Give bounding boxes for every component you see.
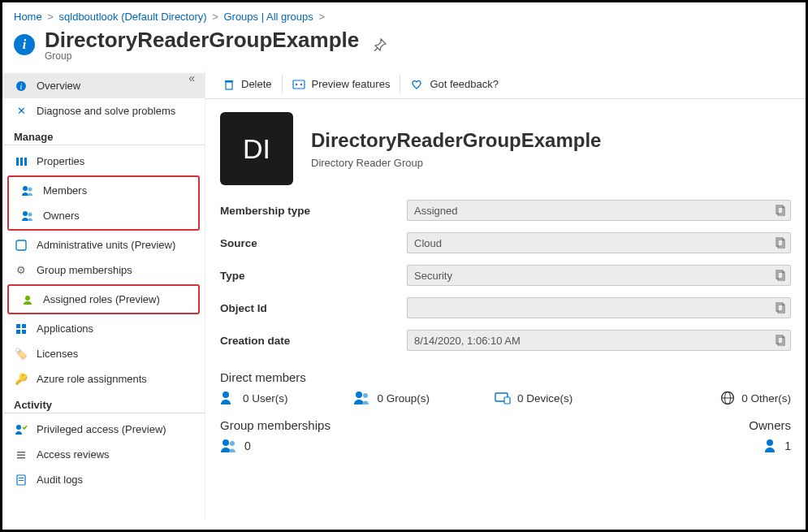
- copy-icon[interactable]: [776, 270, 785, 281]
- svg-rect-13: [16, 330, 20, 334]
- chevron-right-icon: >: [47, 11, 54, 23]
- field-value: Cloud: [414, 237, 442, 249]
- sidebar-item-privileged[interactable]: Privileged access (Preview): [2, 417, 205, 442]
- field-object-id: [407, 297, 791, 318]
- sidebar-item-owners[interactable]: Owners: [9, 203, 198, 228]
- sidebar-heading-activity: Activity: [2, 391, 205, 413]
- sidebar-item-admin-units[interactable]: Administrative units (Preview): [2, 232, 205, 257]
- copy-icon[interactable]: [776, 237, 785, 249]
- stat-label: 0 Device(s): [517, 392, 573, 404]
- svg-rect-4: [24, 158, 27, 166]
- globe-icon: [720, 391, 735, 405]
- collapse-chevron-icon[interactable]: «: [188, 71, 195, 84]
- sidebar-item-label: Licenses: [37, 348, 78, 360]
- sidebar-item-label: Audit logs: [37, 474, 83, 486]
- svg-rect-22: [226, 82, 232, 89]
- group-icon: [353, 391, 371, 405]
- command-bar: Delete Preview features Got feedback?: [205, 70, 806, 99]
- stat-owners[interactable]: 1: [734, 434, 791, 453]
- copy-icon[interactable]: [776, 335, 785, 346]
- svg-rect-20: [19, 478, 24, 478]
- copy-icon[interactable]: [776, 205, 785, 216]
- sidebar-item-label: Applications: [37, 322, 93, 335]
- pin-icon[interactable]: [374, 38, 387, 51]
- svg-point-39: [363, 393, 368, 398]
- stat-memberships[interactable]: 0: [220, 434, 734, 453]
- label-type: Type: [220, 270, 407, 282]
- direct-members-row: 0 User(s) 0 Group(s) 0 Device(s) 0 Other…: [205, 386, 806, 413]
- delete-button[interactable]: Delete: [214, 75, 283, 93]
- sidebar-item-azure-roles[interactable]: 🔑 Azure role assignments: [2, 366, 205, 391]
- sidebar-item-diagnose[interactable]: ✕ Diagnose and solve problems: [2, 98, 205, 123]
- sidebar-item-assigned-roles[interactable]: Assigned roles (Preview): [9, 287, 198, 312]
- svg-rect-24: [293, 80, 305, 89]
- stat-users[interactable]: 0 User(s): [220, 391, 288, 405]
- applications-icon: [14, 323, 28, 335]
- user-icon: [762, 439, 778, 453]
- svg-point-45: [223, 439, 229, 446]
- key-icon: 🔑: [14, 373, 28, 385]
- sidebar-item-properties[interactable]: Properties: [2, 149, 205, 174]
- svg-point-7: [23, 211, 28, 216]
- sidebar-item-label: Privileged access (Preview): [37, 423, 166, 435]
- sidebar-item-licenses[interactable]: 🏷️ Licenses: [2, 341, 205, 366]
- admin-units-icon: [14, 240, 28, 251]
- label-object-id: Object Id: [220, 302, 407, 314]
- field-type: Security: [407, 265, 791, 286]
- gear-icon: ⚙: [14, 264, 28, 276]
- svg-point-47: [767, 439, 773, 446]
- sidebar-item-label: Azure role assignments: [37, 373, 147, 385]
- sidebar-heading-manage: Manage: [2, 123, 205, 145]
- svg-rect-16: [17, 452, 25, 453]
- sidebar-item-group-memberships[interactable]: ⚙ Group memberships: [2, 257, 205, 283]
- svg-rect-17: [17, 454, 25, 456]
- breadcrumb-home[interactable]: Home: [14, 11, 42, 23]
- chevron-right-icon: >: [318, 11, 325, 23]
- preview-features-button[interactable]: Preview features: [283, 75, 401, 93]
- sidebar-item-label: Overview: [37, 80, 80, 92]
- sidebar-item-access-reviews[interactable]: Access reviews: [2, 442, 205, 467]
- breadcrumb-directory[interactable]: sqldboutlook (Default Directory): [59, 11, 207, 23]
- svg-point-38: [356, 391, 362, 398]
- svg-point-5: [23, 186, 28, 191]
- info-icon: i: [14, 80, 28, 92]
- svg-point-15: [16, 425, 21, 430]
- stat-label: 0: [244, 439, 251, 452]
- field-value: Security: [414, 270, 452, 282]
- svg-rect-21: [19, 480, 24, 481]
- sidebar-item-overview[interactable]: i Overview: [2, 73, 205, 98]
- copy-icon[interactable]: [776, 302, 785, 314]
- sidebar-item-label: Diagnose and solve problems: [37, 105, 175, 117]
- stat-others[interactable]: 0 Other(s): [720, 391, 791, 405]
- field-source: Cloud: [407, 232, 791, 253]
- sidebar-item-label: Properties: [37, 155, 84, 167]
- label-creation-date: Creation date: [220, 335, 407, 347]
- cmd-label: Delete: [241, 78, 272, 90]
- svg-rect-2: [16, 158, 19, 166]
- stat-groups[interactable]: 0 Group(s): [353, 391, 430, 405]
- sidebar-item-members[interactable]: Members: [9, 178, 198, 203]
- feedback-button[interactable]: Got feedback?: [400, 75, 508, 93]
- field-value: 8/14/2020, 1:06:10 AM: [414, 335, 521, 347]
- sidebar-item-applications[interactable]: Applications: [2, 316, 205, 341]
- svg-rect-12: [22, 324, 26, 328]
- svg-point-46: [230, 441, 235, 446]
- sidebar-item-audit-logs[interactable]: Audit logs: [2, 467, 205, 492]
- stat-label: 0 Group(s): [378, 392, 430, 404]
- field-value: Assigned: [414, 205, 457, 217]
- sidebar-item-label: Access reviews: [37, 448, 110, 461]
- breadcrumb-groups[interactable]: Groups | All groups: [223, 11, 313, 23]
- svg-point-8: [28, 212, 32, 216]
- heart-icon: [410, 79, 423, 90]
- audit-logs-icon: [14, 474, 28, 486]
- chevron-right-icon: >: [212, 11, 218, 23]
- breadcrumb: Home > sqldboutlook (Default Directory) …: [2, 2, 806, 26]
- sidebar-item-label: Administrative units (Preview): [37, 239, 175, 251]
- wrench-icon: ✕: [14, 105, 28, 117]
- trash-icon: [223, 79, 235, 90]
- access-reviews-icon: [14, 449, 28, 461]
- page-subtitle: Group: [45, 50, 359, 62]
- stat-devices[interactable]: 0 Device(s): [495, 391, 573, 404]
- members-icon: [20, 185, 35, 197]
- sidebar-item-label: Owners: [43, 210, 80, 222]
